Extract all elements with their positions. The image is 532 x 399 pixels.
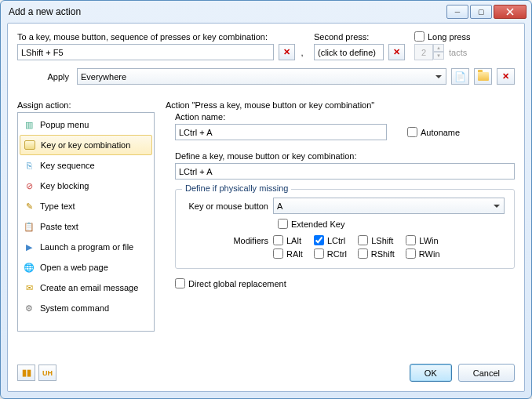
assign-item-label: Open a web page (40, 263, 108, 272)
pause-button[interactable]: ▮▮ (17, 365, 35, 381)
minimize-button[interactable]: ─ (446, 5, 468, 19)
mod-lctrl[interactable]: LCtrl (314, 235, 345, 245)
assign-item-seq[interactable]: ⎘Key sequence (18, 155, 154, 176)
assign-item-system[interactable]: ⚙System command (18, 298, 154, 318)
assign-item-launch[interactable]: ▶Launch a program or file (18, 237, 154, 257)
document-new-icon: 📄 (454, 71, 467, 83)
assign-item-key[interactable]: Key or key combination (20, 135, 152, 155)
mod-lalt[interactable]: LAlt (273, 235, 301, 245)
tacts-suffix: tacts (449, 48, 467, 57)
assign-item-label: System command (40, 303, 109, 313)
action-heading: Action "Press a key, mouse button or key… (166, 100, 515, 110)
define-key-field[interactable]: LCtrl + A (175, 163, 515, 180)
mod-lwin[interactable]: LWin (406, 235, 438, 245)
block-icon: ⊘ (23, 180, 35, 192)
assign-item-email[interactable]: ✉Create an email message (18, 277, 154, 298)
assign-item-web[interactable]: 🌐Open a web page (18, 257, 154, 277)
mod-rwin[interactable]: RWin (406, 248, 440, 259)
missing-groupbox-legend: Define if physically missing (182, 183, 291, 193)
key-or-mouse-label: Key or mouse button (185, 201, 268, 211)
maximize-button[interactable]: ▢ (470, 5, 492, 19)
help-icon: UH (42, 369, 53, 377)
assign-item-label: Key or key combination (41, 140, 130, 150)
mod-ralt[interactable]: RAlt (273, 248, 303, 259)
dialog-window: Add a new action ─ ▢ To a key, mouse but… (0, 0, 532, 399)
type-icon: ✎ (23, 200, 35, 212)
key-icon (24, 139, 36, 151)
modifiers-label: Modifiers (185, 236, 268, 245)
key-or-mouse-dropdown[interactable]: A (273, 198, 505, 214)
tacts-spinner: ▲▼ (414, 44, 444, 60)
action-name-field[interactable]: LCtrl + A (175, 124, 387, 140)
system-icon: ⚙ (23, 302, 35, 314)
assign-item-popup[interactable]: ▥Popup menu (18, 114, 154, 135)
mod-rctrl[interactable]: RCtrl (314, 248, 347, 259)
assign-item-label: Popup menu (40, 120, 89, 129)
key-field-label: To a key, mouse button, sequence of pres… (17, 32, 304, 42)
autoname-checkbox[interactable]: Autoname (407, 127, 460, 137)
assign-item-label: Paste text (40, 222, 78, 231)
new-apply-button[interactable]: 📄 (451, 68, 469, 85)
assign-action-list: ▥Popup menuKey or key combination⎘Key se… (17, 112, 155, 332)
delete-icon: ✕ (502, 71, 509, 82)
assign-item-label: Type text (40, 201, 75, 211)
titlebar: Add a new action ─ ▢ (1, 1, 531, 23)
action-name-label: Action name: (175, 112, 515, 122)
web-icon: 🌐 (23, 261, 35, 274)
clear-key-button[interactable]: ✕ (279, 44, 295, 60)
delete-apply-button[interactable]: ✕ (497, 68, 515, 85)
client-area: To a key, mouse button, sequence of pres… (7, 23, 525, 392)
assign-item-type[interactable]: ✎Type text (18, 196, 154, 216)
paste-icon: 📋 (23, 220, 35, 233)
assign-item-block[interactable]: ⊘Key blocking (18, 176, 154, 196)
comma-separator: , (300, 48, 304, 57)
second-press-field[interactable]: (click to define) (314, 44, 384, 60)
mod-lshift[interactable]: LShift (358, 235, 393, 245)
clear-second-press-button[interactable]: ✕ (388, 44, 405, 60)
key-field[interactable]: LShift + F5 (17, 44, 274, 60)
seq-icon: ⎘ (23, 159, 35, 172)
assign-item-label: Key blocking (40, 181, 89, 190)
ok-button[interactable]: OK (410, 364, 452, 382)
apply-label: Apply (17, 72, 72, 82)
folder-open-icon (477, 71, 490, 83)
close-button[interactable] (494, 5, 527, 19)
cancel-button[interactable]: Cancel (458, 364, 515, 382)
email-icon: ✉ (23, 281, 35, 294)
assign-action-label: Assign action: (17, 100, 155, 110)
mod-rshift[interactable]: RShift (358, 248, 395, 259)
assign-item-paste[interactable]: 📋Paste text (18, 216, 154, 237)
popup-icon: ▥ (23, 118, 35, 131)
launch-icon: ▶ (23, 241, 35, 253)
assign-item-label: Launch a program or file (40, 242, 133, 252)
assign-item-label: Create an email message (40, 283, 138, 292)
pause-icon: ▮▮ (22, 368, 31, 378)
open-apply-button[interactable] (474, 68, 492, 85)
assign-item-label: Key sequence (40, 161, 95, 170)
second-press-label: Second press: (314, 32, 405, 42)
extended-key-checkbox[interactable]: Extended Key (278, 219, 345, 229)
apply-dropdown[interactable]: Everywhere (77, 68, 446, 85)
define-key-label: Define a key, mouse button or key combin… (175, 151, 515, 161)
long-press-checkbox[interactable]: Long press (414, 31, 515, 42)
help-button[interactable]: UH (38, 365, 56, 381)
direct-global-checkbox[interactable]: Direct global replacement (175, 278, 286, 288)
window-title: Add a new action (9, 6, 445, 17)
